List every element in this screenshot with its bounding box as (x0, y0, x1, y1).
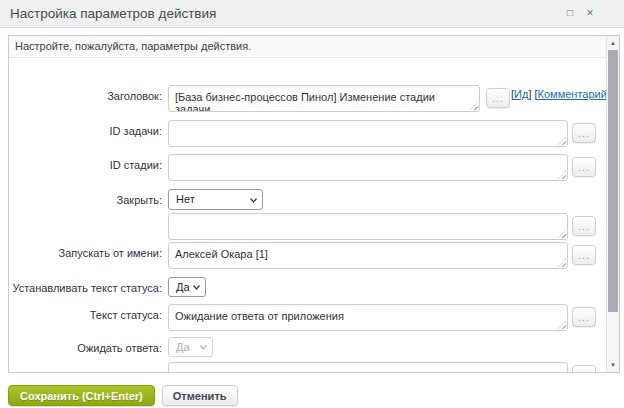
task-id-textarea[interactable] (168, 120, 568, 147)
title-links: [Ид] [Комментарий] (511, 86, 610, 102)
status-text-field-label: Текст статуса: (9, 308, 162, 322)
stage-id-more-button[interactable]: ... (572, 157, 596, 177)
id-link[interactable]: Ид (514, 88, 528, 100)
dialog-title: Настройка параметров действия (10, 0, 216, 27)
close-select-value: Нет (176, 193, 195, 205)
close-expression-wrap (168, 213, 568, 240)
set-status-text-select[interactable]: Да (168, 277, 206, 297)
chevron-down-icon (250, 198, 257, 203)
wait-response-select: Да (168, 337, 213, 357)
hint-bar: Настройте, пожалуйста, параметры действи… (9, 36, 606, 58)
maximize-icon[interactable]: □ (562, 5, 578, 21)
set-status-text-select-value: Да (176, 281, 190, 293)
cancel-button[interactable]: Отменить (162, 385, 238, 406)
clipped-more-button[interactable]: ... (572, 365, 596, 373)
settings-form-panel: Настройте, пожалуйста, параметры действи… (8, 35, 620, 373)
task-id-field-label: ID задачи: (9, 124, 162, 138)
set-status-text-field-label: Устанавливать текст статуса: (9, 281, 162, 295)
chevron-down-icon (193, 285, 200, 290)
title-field-wrap: [База бизнес-процессов Пинол] Изменение … (168, 85, 480, 112)
close-icon[interactable]: ✕ (582, 5, 598, 21)
status-text-field-wrap: Ожидание ответа от приложения (168, 304, 568, 331)
run-as-field-label: Запускать от имени: (9, 246, 162, 260)
status-text-more-button[interactable]: ... (572, 307, 596, 327)
stage-id-field-label: ID стадии: (9, 158, 162, 172)
run-as-more-button[interactable]: ... (572, 245, 596, 265)
title-field-label: Заголовок: (9, 89, 162, 103)
chevron-down-icon (200, 345, 207, 350)
scroll-down-icon[interactable]: ▼ (607, 359, 619, 371)
bracket: ] (528, 88, 531, 100)
close-field-label: Закрыть: (9, 193, 162, 207)
task-id-field-wrap (168, 120, 568, 147)
stage-id-field-wrap (168, 154, 568, 181)
close-expression-textarea[interactable] (168, 213, 568, 240)
scrollbar-thumb[interactable] (608, 50, 618, 312)
title-more-button[interactable]: ... (486, 88, 510, 108)
close-more-button[interactable]: ... (572, 216, 596, 236)
clipped-field-wrap (168, 362, 568, 373)
wait-response-field-label: Ожидать ответа: (9, 341, 162, 355)
hint-text: Настройте, пожалуйста, параметры действи… (15, 40, 251, 52)
title-textarea[interactable]: [База бизнес-процессов Пинол] Изменение … (168, 85, 480, 112)
dialog-titlebar: Настройка параметров действия □ ✕ (0, 0, 624, 28)
stage-id-textarea[interactable] (168, 154, 568, 181)
close-select[interactable]: Нет (168, 189, 263, 210)
status-text-textarea[interactable]: Ожидание ответа от приложения (168, 304, 568, 331)
run-as-textarea[interactable]: Алексей Окара [1] (168, 242, 568, 269)
clipped-textarea[interactable] (168, 362, 568, 373)
task-id-more-button[interactable]: ... (572, 123, 596, 143)
save-button[interactable]: Сохранить (Ctrl+Enter) (8, 385, 155, 406)
wait-response-select-value: Да (176, 341, 190, 353)
footer-button-bar: Сохранить (Ctrl+Enter) Отменить (8, 385, 238, 406)
run-as-field-wrap: Алексей Окара [1] (168, 242, 568, 269)
scroll-up-icon[interactable]: ▲ (607, 37, 619, 49)
scrollbar[interactable]: ▲ ▼ (606, 36, 619, 372)
comment-link[interactable]: Комментарий (538, 88, 607, 100)
